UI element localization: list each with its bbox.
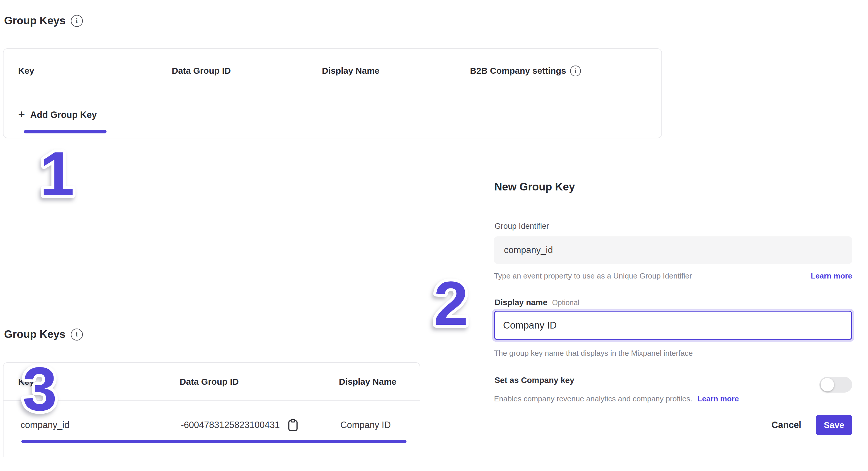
company-key-label: Set as Company key <box>495 376 574 385</box>
column-header-display-name: Display Name <box>339 363 397 401</box>
highlight-underline-step1 <box>24 130 106 133</box>
info-icon[interactable]: i <box>71 328 83 341</box>
group-identifier-input[interactable] <box>494 237 852 264</box>
column-header-data-group-id: Data Group ID <box>172 49 231 93</box>
group-identifier-label: Group Identifier <box>495 222 549 231</box>
new-group-key-title: New Group Key <box>494 181 575 193</box>
column-header-b2b-settings: B2B Company settings i <box>470 49 581 93</box>
cancel-button[interactable]: Cancel <box>771 420 801 430</box>
company-key-toggle[interactable] <box>819 377 852 392</box>
display-name-label-row: Display name Optional <box>495 298 580 307</box>
add-group-key-label: Add Group Key <box>30 110 97 120</box>
info-icon[interactable]: i <box>71 15 83 27</box>
group-keys-title: Group Keys <box>4 328 66 341</box>
table-header-divider <box>3 93 661 93</box>
svg-text:3: 3 <box>23 354 57 423</box>
panel-actions: Cancel Save <box>494 415 852 435</box>
group-keys-title: Group Keys <box>4 14 66 27</box>
column-header-display-name: Display Name <box>322 49 379 93</box>
svg-text:2: 2 <box>434 269 468 338</box>
display-name-label: Display name <box>495 298 548 307</box>
learn-more-link[interactable]: Learn more <box>698 394 739 403</box>
learn-more-link[interactable]: Learn more <box>811 272 852 281</box>
save-button[interactable]: Save <box>816 415 852 435</box>
display-name-optional: Optional <box>552 299 580 307</box>
display-name-helper: The group key name that displays in the … <box>494 349 693 358</box>
group-keys-heading-top: Group Keys i <box>4 14 83 27</box>
company-key-helper-row: Enables company revenue analytics and co… <box>494 394 739 403</box>
display-name-input[interactable] <box>494 311 852 340</box>
step-1-badge: 1 <box>35 143 79 201</box>
step-2-badge: 2 <box>429 273 473 331</box>
group-keys-tutorial-page: Group Keys i Key Data Group ID Display N… <box>0 0 868 471</box>
svg-text:1: 1 <box>40 139 74 208</box>
highlight-underline-step3 <box>21 440 406 443</box>
group-identifier-helper-row: Type an event property to use as a Uniqu… <box>494 272 852 281</box>
group-keys-heading-bottom: Group Keys i <box>4 328 83 341</box>
info-icon[interactable]: i <box>570 66 581 76</box>
toggle-knob <box>820 378 834 391</box>
table-row-divider <box>3 450 420 450</box>
display-name-input-focus-ring <box>492 309 854 342</box>
column-header-key: Key <box>18 49 34 93</box>
group-identifier-helper: Type an event property to use as a Uniqu… <box>494 272 692 281</box>
copy-icon[interactable] <box>287 418 299 432</box>
step-3-badge: 3 <box>18 358 62 417</box>
group-keys-table: Key Data Group ID Display Name B2B Compa… <box>3 48 662 138</box>
company-key-helper: Enables company revenue analytics and co… <box>494 394 692 403</box>
column-header-data-group-id: Data Group ID <box>180 363 239 401</box>
